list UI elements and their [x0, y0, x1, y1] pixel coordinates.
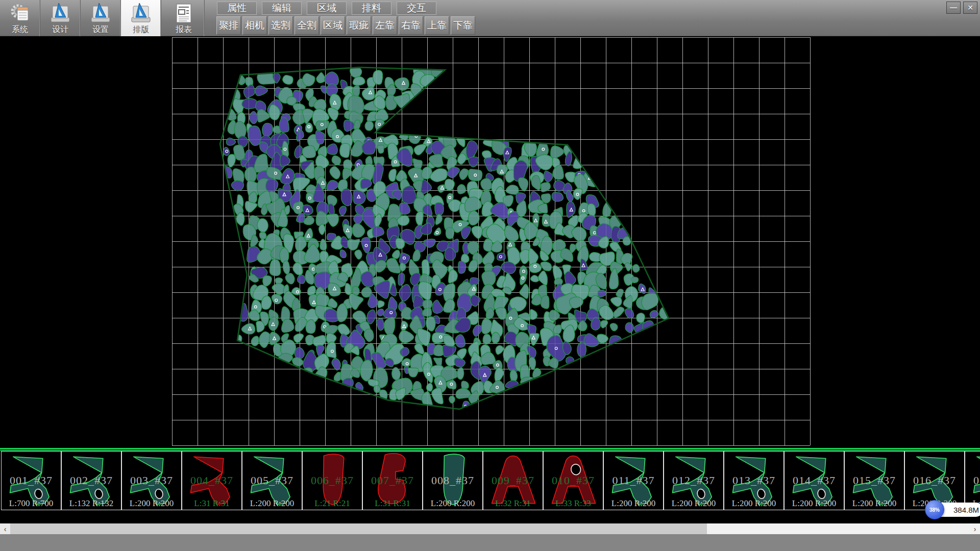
piece-lr-count: L:200 R:200 [423, 498, 482, 509]
scroll-left-arrow-icon[interactable]: ‹ [0, 523, 10, 534]
thumbnail-tile-3[interactable]: 003_#37L:200 R:200 [121, 451, 182, 510]
piece-name: 014_#37 [785, 474, 844, 487]
memory-percent: 38% [929, 507, 940, 513]
piece-lr-count: L:31 R:31 [363, 498, 422, 509]
window-controls: — ✕ [946, 2, 977, 14]
thumbnail-tile-14[interactable]: 014_#37L:200 R:200 [784, 451, 844, 510]
toolbar-button-label: 报表 [176, 25, 192, 34]
memory-percent-circle: 38% [925, 500, 944, 519]
toolbar-button-5[interactable]: 报表 [163, 0, 205, 36]
memory-value: 384.8M [953, 506, 979, 514]
action-button-9[interactable]: 上靠 [425, 16, 449, 35]
minimize-button[interactable]: — [946, 2, 961, 14]
piece-lr-count: L:132 R:132 [62, 498, 121, 509]
piece-name: 013_#37 [724, 474, 783, 487]
action-button-3[interactable]: 选割 [268, 16, 293, 35]
strip-top-line [0, 448, 980, 449]
piece-name: 007_#37 [363, 474, 422, 487]
thumbnail-tile-6[interactable]: 006_#37L:21 R:21 [302, 451, 362, 510]
close-button[interactable]: ✕ [963, 2, 977, 14]
piece-name: 017_#37 [965, 474, 980, 487]
piece-name: 006_#37 [303, 474, 362, 487]
nesting-ruler-icon [130, 2, 152, 25]
piece-name: 010_#37 [544, 474, 603, 487]
piece-name: 004_#37 [182, 474, 241, 487]
thumbnail-tile-10[interactable]: 010_#37L:33 R:33 [543, 451, 603, 510]
toolbar-button-1[interactable]: 系统 [0, 0, 40, 36]
action-button-7[interactable]: 左靠 [373, 16, 397, 35]
menu-item-1[interactable]: 属性 [217, 2, 257, 15]
nesting-viewport-canvas[interactable] [0, 36, 980, 448]
thumbnail-tile-7[interactable]: 007_#37L:31 R:31 [362, 451, 423, 510]
thumbnail-tile-5[interactable]: 005_#37L:200 R:200 [242, 451, 302, 510]
menu-item-4[interactable]: 排料 [352, 2, 391, 15]
scrollbar-thumb[interactable] [10, 523, 707, 534]
action-button-5[interactable]: 区域 [321, 16, 345, 35]
piece-lr-count: L:200 R:200 [604, 498, 663, 509]
action-button-8[interactable]: 右靠 [399, 16, 423, 35]
thumbnail-tile-13[interactable]: 013_#37L:200 R:200 [724, 451, 784, 510]
report-doc-icon [173, 2, 195, 25]
toolbar-button-4[interactable]: 排版 [121, 0, 161, 36]
piece-lr-count: L:200 R:200 [242, 498, 302, 509]
thumbnail-tile-4[interactable]: 004_#37L:31 R:31 [182, 451, 242, 510]
thumbnail-tile-1[interactable]: 001_#37L:700 R:700 [1, 451, 61, 510]
piece-name: 005_#37 [242, 474, 302, 487]
piece-lr-count: L:200 R:200 [845, 498, 904, 509]
toolbar-button-label: 设置 [92, 25, 109, 34]
piece-name: 008_#37 [423, 474, 482, 487]
piece-name: 012_#37 [664, 474, 723, 487]
thumbnail-tile-8[interactable]: 008_#37L:200 R:200 [423, 451, 483, 510]
action-button-4[interactable]: 全割 [295, 16, 319, 35]
toolbar-button-label: 排版 [133, 25, 149, 34]
thumbnail-tile-15[interactable]: 015_#37L:200 R:200 [844, 451, 904, 510]
piece-lr-count: L:200 R:200 [122, 498, 181, 509]
piece-name: 009_#37 [483, 474, 543, 487]
thumbnail-tile-12[interactable]: 012_#37L:200 R:200 [664, 451, 724, 510]
top-toolbar: 系统设计设置排版报表 属性编辑区域排料交互 聚排相机选割全割区域瑕疵左靠右靠上靠… [0, 0, 980, 36]
piece-lr-count: L:200 R:200 [785, 498, 844, 509]
action-button-6[interactable]: 瑕疵 [347, 16, 371, 35]
action-button-1[interactable]: 聚排 [216, 16, 241, 35]
piece-lr-count: L:33 R:33 [544, 498, 603, 509]
menu-item-3[interactable]: 区域 [307, 2, 347, 15]
thumbnail-strip: 001_#37L:700 R:700002_#37L:132 R:132003_… [0, 448, 980, 523]
thumbnail-tiles: 001_#37L:700 R:700002_#37L:132 R:132003_… [1, 451, 980, 510]
horizontal-scrollbar[interactable]: ‹ › [0, 523, 980, 534]
piece-lr-count: L:700 R:700 [2, 498, 61, 509]
system-gear-icon [9, 2, 31, 25]
menu-item-5[interactable]: 交互 [397, 2, 436, 15]
thumbnail-tile-2[interactable]: 002_#37L:132 R:132 [61, 451, 121, 510]
piece-lr-count: L:31 R:31 [182, 498, 241, 509]
piece-name: 011_#37 [604, 474, 663, 487]
piece-lr-count: L:200 R:200 [724, 498, 783, 509]
toolbar-button-2[interactable]: 设计 [40, 0, 81, 36]
piece-name: 016_#37 [905, 474, 964, 487]
menu-row-2: 聚排相机选割全割区域瑕疵左靠右靠上靠下靠 [216, 16, 477, 35]
design-ruler-icon [49, 2, 71, 25]
toolbar-button-label: 设计 [52, 25, 68, 34]
settings-ruler-icon [89, 2, 112, 25]
thumbnail-tile-17[interactable]: 017_#37L:200 R:200 [965, 451, 980, 510]
piece-name: 015_#37 [845, 474, 904, 487]
status-bar [0, 534, 980, 551]
action-button-10[interactable]: 下靠 [451, 16, 475, 35]
piece-name: 002_#37 [62, 474, 121, 487]
toolbar-button-3[interactable]: 设置 [81, 0, 121, 36]
piece-lr-count: L:200 R:200 [664, 498, 723, 509]
piece-lr-count: L:32 R:31 [483, 498, 543, 509]
menu-item-2[interactable]: 编辑 [262, 2, 302, 15]
main-toolbar-buttons: 系统设计设置排版报表 [0, 0, 205, 36]
action-button-2[interactable]: 相机 [242, 16, 267, 35]
menu-row-1: 属性编辑区域排料交互 [217, 2, 442, 15]
piece-lr-count: L:21 R:21 [303, 498, 362, 509]
scroll-right-arrow-icon[interactable]: › [970, 523, 980, 534]
toolbar-button-label: 系统 [12, 25, 28, 34]
thumbnail-tile-9[interactable]: 009_#37L:32 R:31 [483, 451, 543, 510]
piece-name: 003_#37 [122, 474, 181, 487]
thumbnail-tile-11[interactable]: 011_#37L:200 R:200 [603, 451, 664, 510]
piece-name: 001_#37 [2, 474, 61, 487]
